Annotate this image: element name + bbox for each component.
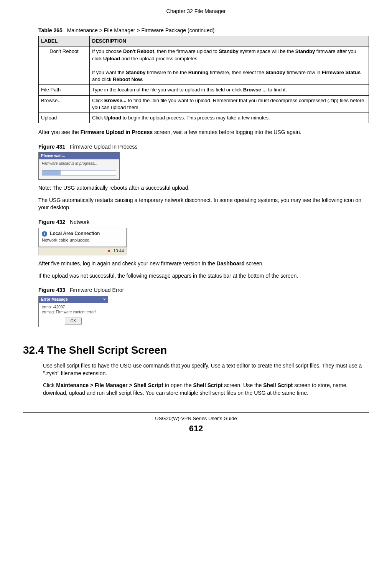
figure-432-box: i Local Area Connection Network cable un… [38, 228, 127, 256]
progress-bar [42, 170, 116, 176]
section-heading: 32.4 The Shell Script Screen [23, 343, 369, 358]
table-title: Maintenance > File Manager > Firmware Pa… [67, 27, 214, 33]
body-paragraph: After five minutes, log in again and che… [38, 260, 369, 268]
system-tray: ✖ 10:44 [38, 247, 127, 255]
row-label: Browse... [39, 95, 90, 113]
figure-number: Figure 433 [38, 287, 65, 293]
dialog-title-text: Error Message [41, 297, 68, 302]
dialog-titlebar: Please wait... [39, 152, 119, 159]
dialog-body: errno: -42007 errmsg: Firmware content e… [39, 303, 108, 316]
table-row: File Path Type in the location of the fi… [39, 85, 369, 95]
figure-caption: Figure 431 Firmware Upload In Process [38, 143, 369, 151]
body-paragraph: The USG automatically restarts causing a… [38, 197, 369, 212]
network-disconnected-icon: ✖ [107, 249, 110, 253]
ok-button[interactable]: OK [65, 318, 82, 325]
balloon-subtitle: Network cable unplugged [42, 237, 123, 243]
chapter-header: Chapter 32 File Manager [23, 8, 369, 15]
table-row: Don't Reboot If you choose Don't Reboot,… [39, 46, 369, 85]
figure-title: Network [70, 219, 89, 225]
table-row: Upload Click Upload to begin the upload … [39, 113, 369, 123]
dialog-titlebar: Error Message × [39, 296, 108, 303]
body-paragraph: If the upload was not successful, the fo… [38, 272, 369, 280]
error-line-1: errno: -42007 [42, 305, 105, 310]
figure-title: Firmware Upload Error [70, 287, 124, 293]
figure-433-box: Error Message × errno: -42007 errmsg: Fi… [38, 296, 108, 327]
row-label: Don't Reboot [39, 46, 90, 85]
footer-guide-title: USG20(W)-VPN Series User's Guide [155, 416, 237, 421]
figure-caption: Figure 432 Network [38, 219, 369, 226]
body-paragraph: After you see the Firmware Upload in Pro… [38, 129, 369, 136]
close-icon[interactable]: × [103, 297, 105, 302]
figure-number: Figure 432 [38, 219, 65, 225]
balloon-title: Local Area Connection [50, 231, 100, 236]
table-number: Table 265 [38, 27, 63, 33]
info-icon: i [42, 231, 47, 237]
table-header-label: LABEL [39, 36, 90, 46]
table-row: Browse... Click Browse... to find the .b… [39, 95, 369, 113]
tray-clock: 10:44 [113, 248, 124, 253]
row-label: Upload [39, 113, 90, 123]
body-paragraph: Click Maintenance > File Manager > Shell… [43, 382, 369, 397]
table-caption: Table 265 Maintenance > File Manager > F… [38, 27, 369, 35]
table-header-desc: DESCRIPTION [90, 36, 369, 46]
figure-number: Figure 431 [38, 144, 65, 150]
dialog-message: Firmware upload is in progress... [39, 159, 119, 168]
note-text: Note: The USG automatically reboots afte… [38, 184, 369, 192]
row-desc: Type in the location of the file you wan… [90, 85, 369, 95]
figure-title: Firmware Upload In Process [70, 144, 138, 150]
notification-balloon: i Local Area Connection Network cable un… [38, 228, 127, 247]
row-label: File Path [39, 85, 90, 95]
page-footer: USG20(W)-VPN Series User's Guide 612 [23, 412, 369, 435]
page-number: 612 [23, 423, 369, 435]
error-line-2: errmsg: Firmware content error! [42, 310, 105, 315]
row-desc: Click Browse... to find the .bin file yo… [90, 95, 369, 113]
figure-caption: Figure 433 Firmware Upload Error [38, 286, 369, 294]
firmware-table: LABEL DESCRIPTION Don't Reboot If you ch… [38, 36, 369, 123]
row-desc: If you choose Don't Reboot, then the fir… [90, 46, 369, 85]
figure-431-box: Please wait... Firmware upload is in pro… [38, 152, 120, 180]
row-desc: Click Upload to begin the upload process… [90, 113, 369, 123]
body-paragraph: Use shell script files to have the USG u… [43, 362, 369, 377]
